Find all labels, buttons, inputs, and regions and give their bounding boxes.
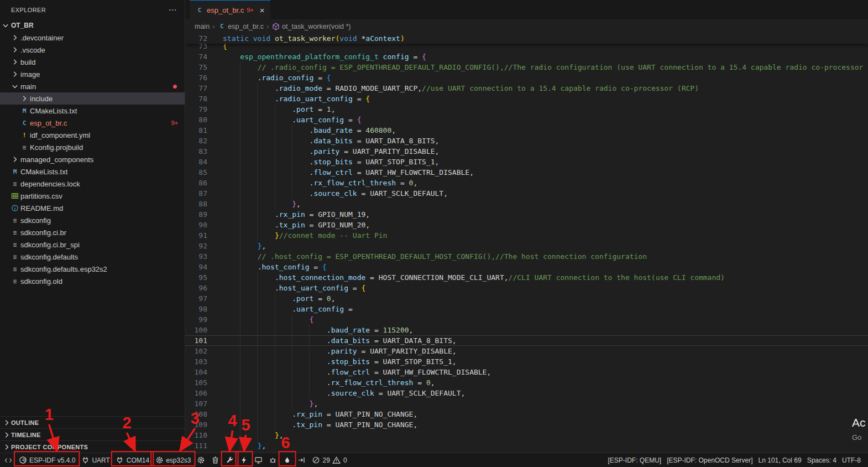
- sb-problems[interactable]: 290: [309, 453, 350, 467]
- code-line-96[interactable]: 96 .host_uart_config = {: [185, 283, 868, 293]
- code-line-80[interactable]: 80 .uart_config = {: [185, 115, 868, 125]
- code-line-83[interactable]: 83 .parity = UART_PARITY_DISABLE,: [185, 146, 868, 157]
- code-line-89[interactable]: 89 .rx_pin = GPIO_NUM_19,: [185, 209, 868, 220]
- code-line-110[interactable]: 110 },: [185, 430, 868, 440]
- status-label: Ln 101, Col 69: [759, 456, 802, 464]
- tree-file-dependencies-lock[interactable]: ≡dependencies.lock: [0, 178, 185, 190]
- tree-root-ot-br[interactable]: OT_BR: [0, 19, 185, 32]
- sb-encoding[interactable]: UTF-8: [839, 453, 864, 467]
- more-actions-icon[interactable]: ⋯: [169, 5, 177, 15]
- code-line-95[interactable]: 95 .host_connection_mode = HOST_CONNECTI…: [185, 272, 868, 283]
- code-line-74[interactable]: 74 esp_openthread_platform_config_t conf…: [185, 51, 868, 62]
- tree-file-sdkconfig-defaults[interactable]: ≡sdkconfig.defaults: [0, 251, 185, 263]
- code-line-75[interactable]: 75 // .radio_config = ESP_OPENTHREAD_DEF…: [185, 62, 868, 72]
- tree-folder-image[interactable]: image: [0, 68, 185, 80]
- sb-com-port[interactable]: COM14: [113, 453, 152, 467]
- indent-guide: [257, 367, 258, 377]
- tree-file-readme-md[interactable]: README.md: [0, 202, 185, 214]
- code-line-77[interactable]: 77 .radio_mode = RADIO_MODE_UART_RCP,//u…: [185, 83, 868, 94]
- code-line-106[interactable]: 106 .source_clk = UART_SCLK_DEFAULT,: [185, 388, 868, 398]
- section-project-components[interactable]: PROJECT COMPONENTS: [0, 440, 185, 453]
- tree-folder-main[interactable]: main: [0, 80, 185, 92]
- code-line-111[interactable]: 111 },: [185, 440, 868, 451]
- section-timeline[interactable]: TIMELINE: [0, 428, 185, 440]
- sb-build-flash-monitor[interactable]: [280, 453, 295, 467]
- code-line-84[interactable]: 84 .stop_bits = UART_STOP_BITS_1,: [185, 157, 868, 167]
- tree-file-sdkconfig-old[interactable]: ≡sdkconfig.old: [0, 275, 185, 287]
- code-line-100[interactable]: 100 .baud_rate = 115200,: [185, 325, 868, 335]
- code-line-90[interactable]: 90 .tx_pin = GPIO_NUM_20,: [185, 220, 868, 230]
- sb-espidf-version[interactable]: ESP-IDF v5.4.0: [15, 453, 78, 467]
- code-line-79[interactable]: 79 .port = 1,: [185, 104, 868, 115]
- tree-file-sdkconfig[interactable]: ≡sdkconfig: [0, 214, 185, 226]
- section-outline[interactable]: OUTLINE: [0, 416, 185, 428]
- code-line-97[interactable]: 97 .port = 0,: [185, 293, 868, 304]
- code-line-88[interactable]: 88 },: [185, 199, 868, 209]
- tree-folder-managed-components[interactable]: managed_components: [0, 153, 185, 165]
- monitor-icon: [254, 456, 263, 464]
- line-text: },: [223, 440, 266, 451]
- breadcrumb-esp-ot-br-c[interactable]: Cesp_ot_br.c: [217, 23, 264, 30]
- code-line-101[interactable]: 101 .data_bits = UART_DATA_8_BITS,: [185, 335, 868, 346]
- tree-file-esp-ot-br-c[interactable]: Cesp_ot_br.c9+: [0, 117, 185, 129]
- code-line-103[interactable]: 103 .stop_bits = UART_STOP_BITS_1,: [185, 356, 868, 367]
- code-line-102[interactable]: 102 .parity = UART_PARITY_DISABLE,: [185, 346, 868, 356]
- list-file-icon: ≡: [11, 266, 19, 273]
- sb-qemu[interactable]: [ESP-IDF: QEMU]: [605, 453, 665, 467]
- tree-file-cmakelists-txt[interactable]: MCMakeLists.txt: [0, 165, 185, 178]
- sb-full-clean[interactable]: [208, 453, 223, 467]
- code-line-86[interactable]: 86 .rx_flow_ctrl_thresh = 0,: [185, 178, 868, 188]
- code-line-92[interactable]: 92 },: [185, 241, 868, 251]
- sb-debug[interactable]: [266, 453, 280, 467]
- code-line-98[interactable]: 98 .uart_config =: [185, 304, 868, 314]
- breadcrumb-main[interactable]: main: [195, 23, 210, 30]
- code-line-85[interactable]: 85 .flow_ctrl = UART_HW_FLOWCTRL_DISABLE…: [185, 167, 868, 178]
- code-line-78[interactable]: 78 .radio_uart_config = {: [185, 94, 868, 104]
- line-text: },: [223, 398, 318, 409]
- code-line-87[interactable]: 87 .source_clk = UART_SCLK_DEFAULT,: [185, 188, 868, 199]
- tree-file-kconfig-projbuild[interactable]: ≡Kconfig.projbuild: [0, 141, 185, 153]
- tree-folder-vscode[interactable]: .vscode: [0, 44, 185, 56]
- code-line-94[interactable]: 94 .host_config = {: [185, 262, 868, 272]
- tree-folder-include[interactable]: include: [0, 92, 185, 105]
- tree-file-cmakelists-txt[interactable]: MCMakeLists.txt: [0, 105, 185, 117]
- code-line-105[interactable]: 105 .rx_flow_ctrl_thresh = 0,: [185, 377, 868, 388]
- sb-indentation[interactable]: Spaces: 4: [804, 453, 839, 467]
- tree-folder-devcontainer[interactable]: .devcontainer: [0, 32, 185, 44]
- code-line-99[interactable]: 99 {: [185, 314, 868, 325]
- close-icon[interactable]: ×: [260, 6, 265, 15]
- sb-terminal[interactable]: [295, 453, 309, 467]
- code-line-76[interactable]: 76 .radio_config = {: [185, 72, 868, 83]
- tab-esp-ot-br-c[interactable]: C esp_ot_br.c 9+ ×: [190, 0, 270, 19]
- indent-guide: [240, 220, 240, 230]
- tree-file-sdkconfig-ci-br-spi[interactable]: ≡sdkconfig.ci.br_spi: [0, 238, 185, 251]
- notification-text-2: Go: [852, 433, 866, 442]
- sb-menuconfig[interactable]: [194, 453, 208, 467]
- code-line-82[interactable]: 82 .data_bits = UART_DATA_8_BITS,: [185, 136, 868, 146]
- sb-flash[interactable]: [237, 453, 252, 467]
- tree-file-sdkconfig-ci-br[interactable]: ≡sdkconfig.ci.br: [0, 226, 185, 238]
- sb-device-target[interactable]: esp32s3: [152, 453, 194, 467]
- code-line-91[interactable]: 91 }//connet mode -- Uart Pin: [185, 230, 868, 241]
- code-line-109[interactable]: 109 .tx_pin = UART_PIN_NO_CHANGE,: [185, 419, 868, 430]
- code-line-81[interactable]: 81 .baud_rate = 460800,: [185, 125, 868, 136]
- sb-uart[interactable]: UART: [78, 453, 112, 467]
- sb-monitor[interactable]: [252, 453, 266, 467]
- line-text: static void ot_task_worker(void *aContex…: [223, 33, 405, 44]
- remote-indicator[interactable]: [1, 453, 15, 467]
- tree-folder-build[interactable]: build: [0, 56, 185, 68]
- code-line-72[interactable]: 72static void ot_task_worker(void *aCont…: [185, 33, 868, 44]
- code-line-107[interactable]: 107 },: [185, 398, 868, 409]
- tree-file-idf-component-yml[interactable]: !idf_component.yml: [0, 129, 185, 141]
- tree-file-partitions-csv[interactable]: partitions.csv: [0, 190, 185, 202]
- code-editor[interactable]: 73{74 esp_openthread_platform_config_t c…: [185, 33, 868, 453]
- sb-cursor-position[interactable]: Ln 101, Col 69: [756, 453, 804, 467]
- sb-build[interactable]: [223, 453, 237, 467]
- code-line-104[interactable]: 104 .flow_ctrl = UART_HW_FLOWCTRL_DISABL…: [185, 367, 868, 377]
- code-line-108[interactable]: 108 .rx_pin = UART_PIN_NO_CHANGE,: [185, 409, 868, 419]
- breadcrumb-ot-task-worker-void[interactable]: ot_task_worker(void *): [271, 22, 351, 31]
- tree-file-sdkconfig-defaults-esp32s2[interactable]: ≡sdkconfig.defaults.esp32s2: [0, 263, 185, 275]
- sb-openocd[interactable]: [ESP-IDF: OpenOCD Server]: [664, 453, 755, 467]
- code-line-93[interactable]: 93 // .host_config = ESP_OPENTHREAD_DEFA…: [185, 251, 868, 262]
- line-number: 90: [185, 220, 223, 230]
